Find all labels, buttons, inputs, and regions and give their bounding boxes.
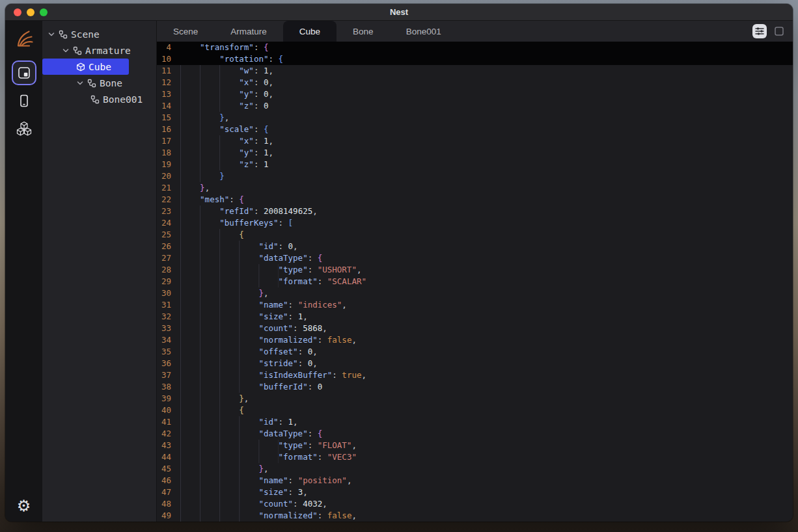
assets-icon: [16, 121, 32, 137]
line-number: 12: [157, 77, 180, 88]
code-line-26: 26"id": 0,: [157, 241, 793, 252]
rail-tools: [12, 57, 36, 144]
code-line-32: 32"size": 1,: [157, 311, 793, 323]
cube-icon: [76, 62, 85, 72]
window-title: Nest: [5, 7, 793, 17]
indent-guides: [180, 510, 258, 522]
code-line-42: 42"dataType": {: [157, 428, 793, 440]
line-number: 18: [157, 147, 180, 159]
toolbar-actions: [752, 21, 793, 42]
code-line-45: 45},: [157, 463, 793, 475]
app-logo-icon: [13, 27, 35, 52]
line-number: 30: [157, 287, 180, 299]
indent-guides: [180, 229, 239, 241]
code-line-35: 35"offset": 0,: [157, 346, 793, 358]
desktop-wallpaper: Nest ⚙ SceneArmatureCubeBoneBone001: [0, 0, 798, 532]
code-line-34: 34"normalized": false,: [157, 334, 793, 346]
line-number: 36: [157, 358, 180, 369]
line-number: 15: [157, 112, 180, 124]
indent-guides: [180, 381, 258, 393]
code-line-21: 21},: [157, 182, 793, 194]
title-bar[interactable]: Nest: [5, 4, 793, 21]
code-line-16: 16"scale": {: [157, 124, 793, 135]
inspector-tool-button[interactable]: [12, 60, 36, 85]
line-number: 39: [157, 393, 180, 405]
line-number: 19: [157, 159, 180, 170]
line-number: 24: [157, 217, 180, 229]
display-options-button[interactable]: [752, 23, 767, 39]
code-line-14: 14"z": 0: [157, 100, 793, 112]
code-line-38: 38"bufferId": 0: [157, 381, 793, 393]
indent-guides: [180, 206, 219, 217]
tab-scene[interactable]: Scene: [157, 21, 214, 42]
code-line-41: 41"id": 1,: [157, 416, 793, 428]
code-line-46: 46"name": "position",: [157, 475, 793, 486]
indent-guides: [180, 334, 258, 346]
line-number: 11: [157, 65, 180, 77]
inspector-icon: [17, 66, 31, 80]
tree-item-bone[interactable]: Bone: [42, 75, 156, 91]
code-line-37: 37"isIndexBuffer": true,: [157, 369, 793, 381]
indent-guides: [180, 65, 239, 77]
line-number: 22: [157, 194, 180, 206]
tree-item-scene[interactable]: Scene: [42, 26, 156, 42]
code-line-19: 19"z": 1: [157, 159, 793, 170]
indent-guides: [180, 486, 258, 498]
line-number: 43: [157, 440, 180, 451]
code-lines: 11"w": 1,12"x": 0,13"y": 0,14"z": 015},1…: [157, 65, 793, 522]
zoom-button[interactable]: [40, 8, 48, 16]
tab-cube[interactable]: Cube: [283, 21, 337, 42]
tree-item-label: Bone: [100, 78, 122, 88]
code-line-33: 33"count": 5868,: [157, 323, 793, 334]
minimize-button[interactable]: [27, 8, 34, 16]
tree-item-armature[interactable]: Armature: [42, 42, 156, 59]
indent-guides: [180, 346, 258, 358]
code-line-23: 23"refId": 2008149625,: [157, 206, 793, 217]
line-number: 47: [157, 486, 180, 498]
indent-guides: [180, 405, 239, 416]
panel-button[interactable]: [774, 26, 784, 36]
indent-guides: [180, 159, 239, 170]
indent-guides: [180, 287, 258, 299]
chevron-down-icon[interactable]: [48, 31, 55, 38]
tree-item-bone001[interactable]: Bone001: [42, 91, 156, 107]
assets-tool-button[interactable]: [12, 116, 36, 141]
line-number: 46: [157, 475, 180, 486]
tab-armature[interactable]: Armature: [214, 21, 283, 42]
line-number: 42: [157, 428, 180, 440]
line-number: 33: [157, 323, 180, 334]
tree-item-label: Armature: [85, 46, 131, 56]
line-number: 13: [157, 88, 180, 100]
indent-guides: [180, 498, 258, 510]
line-number: 26: [157, 241, 180, 252]
line-number: 16: [157, 124, 180, 135]
json-editor[interactable]: 4"transform": {10"rotation": { 11"w": 1,…: [157, 42, 793, 522]
line-number: 28: [157, 264, 180, 276]
chevron-down-icon[interactable]: [62, 47, 70, 55]
indent-guides: [180, 53, 219, 65]
scene-tree: SceneArmatureCubeBoneBone001: [42, 21, 157, 522]
line-number: 14: [157, 100, 180, 112]
code-line-43: 43"type": "FLOAT",: [157, 440, 793, 451]
code-line-36: 36"stride": 0,: [157, 358, 793, 369]
tab-bone[interactable]: Bone: [337, 21, 390, 42]
code-line-18: 18"y": 1,: [157, 147, 793, 159]
chevron-down-icon[interactable]: [76, 79, 84, 87]
indent-guides: [180, 264, 279, 276]
device-tool-button[interactable]: [12, 88, 36, 113]
line-number: 20: [157, 170, 180, 182]
line-number: 38: [157, 381, 180, 393]
node-icon: [90, 95, 100, 104]
settings-gear-button[interactable]: ⚙: [17, 498, 31, 514]
line-number: 23: [157, 206, 180, 217]
tree-item-cube[interactable]: Cube: [42, 59, 129, 75]
settings-gear-icon: ⚙: [17, 502, 31, 513]
indent-guides: [180, 428, 258, 440]
indent-guides: [180, 170, 219, 182]
tab-bone001[interactable]: Bone001: [390, 21, 458, 42]
code-line-17: 17"x": 1,: [157, 135, 793, 147]
close-button[interactable]: [14, 8, 21, 16]
line-number: 45: [157, 463, 180, 475]
indent-guides: [180, 77, 239, 88]
code-line-39: 39},: [157, 393, 793, 405]
